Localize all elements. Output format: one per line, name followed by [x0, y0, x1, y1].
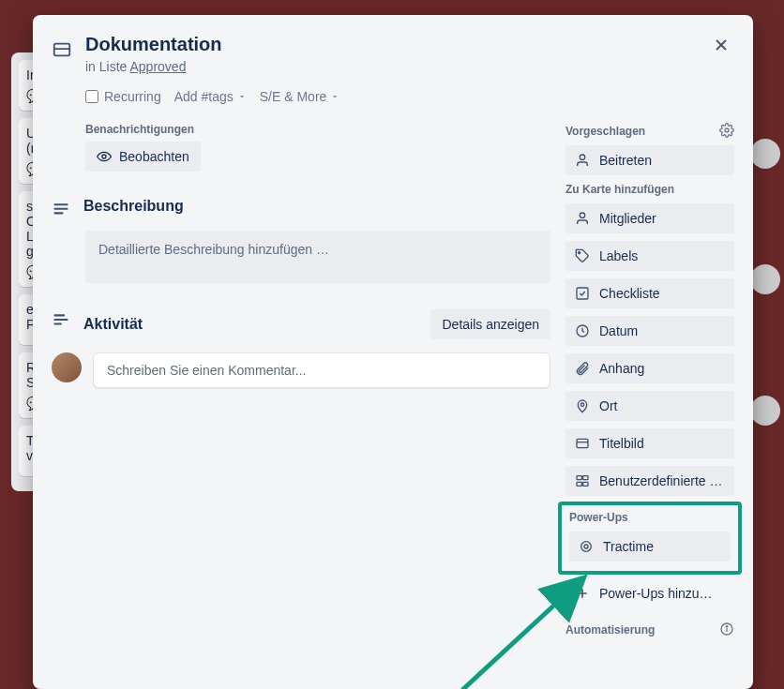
activity-heading: Aktivität: [83, 316, 143, 333]
powerups-highlight: Power-Ups Tractime: [558, 502, 742, 575]
tag-icon: [575, 248, 590, 263]
tractime-button[interactable]: Tractime: [569, 532, 731, 562]
show-details-button[interactable]: Details anzeigen: [430, 309, 550, 339]
members-button[interactable]: Mitglieder: [565, 203, 734, 233]
plus-icon: [575, 586, 590, 601]
svg-rect-19: [577, 476, 581, 480]
svg-point-12: [579, 252, 580, 254]
location-icon: [575, 398, 590, 413]
svg-rect-7: [54, 319, 68, 321]
labels-button[interactable]: Labels: [565, 241, 734, 271]
svg-rect-20: [583, 476, 588, 480]
comment-input[interactable]: Schreiben Sie einen Kommentar...: [93, 352, 550, 388]
card-modal: Dokumentation in Liste Approved Recurrin…: [33, 15, 753, 689]
recurring-checkbox[interactable]: Recurring: [85, 89, 161, 104]
tractime-icon: [579, 539, 594, 554]
close-button[interactable]: [706, 30, 736, 60]
recurring-label: Recurring: [104, 89, 161, 104]
notifications-heading: Benachrichtigungen: [85, 123, 550, 136]
gear-icon[interactable]: [719, 123, 734, 141]
checklist-icon: [575, 286, 590, 301]
svg-rect-8: [54, 323, 62, 325]
svg-point-27: [726, 625, 727, 626]
add-to-card-heading: Zu Karte hinzufügen: [565, 183, 734, 196]
svg-point-10: [580, 155, 584, 159]
description-input[interactable]: Detaillierte Beschreibung hinzufügen …: [85, 231, 550, 283]
paperclip-icon: [575, 361, 590, 376]
list-link[interactable]: Approved: [129, 59, 186, 74]
powerups-heading: Power-Ups: [569, 511, 731, 524]
svg-rect-13: [577, 288, 588, 299]
svg-point-15: [580, 403, 583, 406]
add-tags-button[interactable]: Add #tags: [174, 89, 247, 104]
description-heading: Beschreibung: [83, 198, 184, 215]
svg-rect-6: [54, 314, 66, 316]
join-button[interactable]: Beitreten: [565, 145, 734, 175]
description-icon: [52, 200, 70, 221]
watch-button[interactable]: Beobachten: [85, 142, 201, 172]
svg-rect-5: [54, 212, 64, 214]
location-button[interactable]: Ort: [565, 391, 734, 421]
user-icon: [575, 211, 590, 226]
svg-point-23: [581, 542, 592, 552]
cover-button[interactable]: Titelbild: [565, 428, 734, 458]
user-icon: [575, 153, 590, 168]
svg-rect-3: [54, 203, 68, 205]
card-title[interactable]: Dokumentation: [85, 34, 222, 55]
svg-point-24: [584, 545, 588, 548]
svg-point-9: [725, 128, 729, 132]
svg-rect-22: [583, 482, 588, 486]
eye-icon: [97, 149, 112, 164]
suggested-heading: Vorgeschlagen: [565, 125, 645, 138]
custom-fields-button[interactable]: Benutzerdefinierte …: [565, 466, 734, 496]
activity-icon: [52, 311, 70, 333]
date-button[interactable]: Datum: [565, 316, 734, 346]
close-icon: [712, 36, 731, 54]
svg-point-11: [580, 213, 584, 217]
se-more-button[interactable]: S/E & More: [260, 89, 340, 104]
chevron-down-icon: [237, 92, 247, 101]
automation-heading: Automatisierung: [565, 623, 655, 637]
svg-rect-21: [577, 482, 581, 486]
recurring-input[interactable]: [85, 90, 98, 103]
svg-rect-4: [54, 208, 68, 210]
checklist-button[interactable]: Checkliste: [565, 278, 734, 308]
cover-icon: [575, 436, 590, 451]
clock-icon: [575, 323, 590, 338]
card-icon: [52, 39, 72, 63]
chevron-down-icon: [330, 92, 339, 101]
custom-fields-icon: [575, 473, 590, 488]
avatar: [52, 352, 82, 382]
add-powerups-button[interactable]: Power-Ups hinzu…: [565, 578, 734, 608]
info-icon[interactable]: [719, 622, 734, 639]
svg-point-2: [102, 155, 106, 158]
card-list-location: in Liste Approved: [85, 59, 222, 74]
attachment-button[interactable]: Anhang: [565, 353, 734, 383]
